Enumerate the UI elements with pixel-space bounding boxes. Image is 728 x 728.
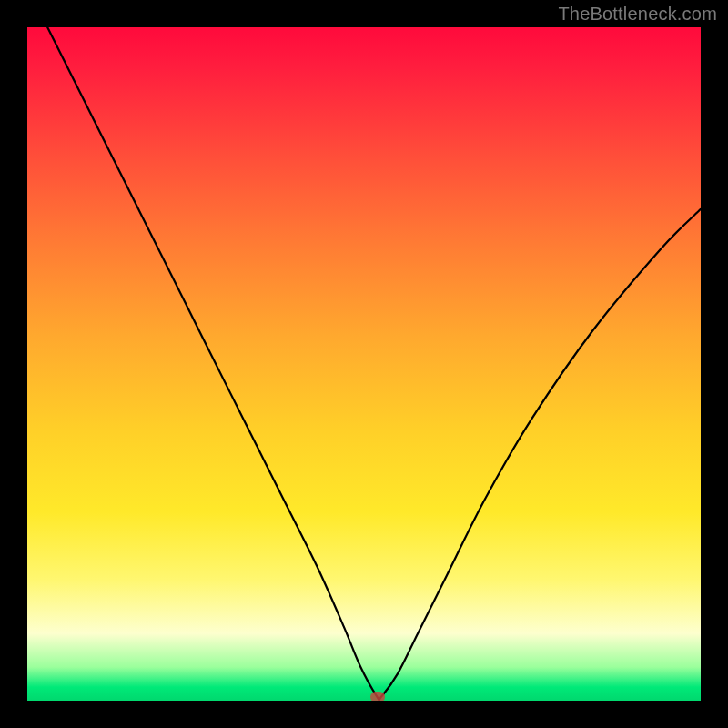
watermark-label: TheBottleneck.com — [558, 4, 717, 25]
chart-frame: TheBottleneck.com — [0, 0, 728, 728]
minimum-marker — [370, 692, 385, 701]
plot-area — [27, 27, 701, 701]
bottleneck-curve — [27, 27, 701, 701]
